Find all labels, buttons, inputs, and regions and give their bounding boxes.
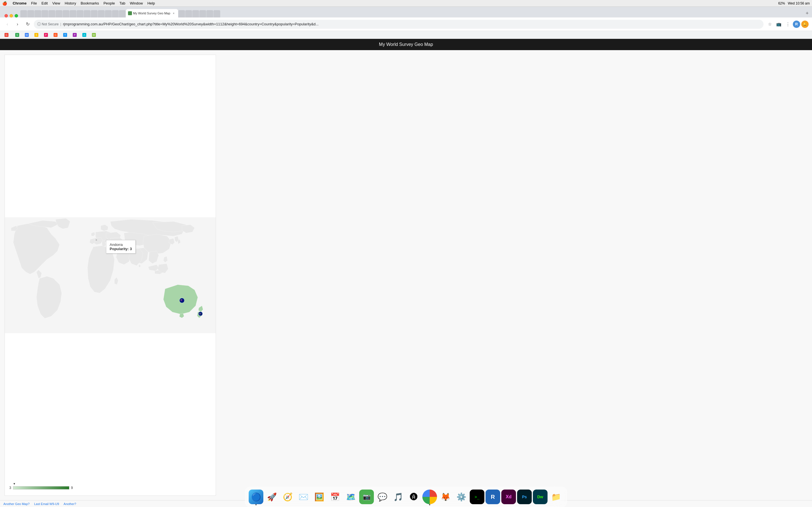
not-secure-indicator: ⓘ Not Secure (37, 22, 59, 27)
menu-view[interactable]: View (52, 1, 60, 5)
bookmark-item[interactable]: W (90, 32, 98, 38)
menu-bookmarks[interactable]: Bookmarks (81, 1, 99, 5)
tab-bar: My World Survey Geo Map × + (0, 7, 406, 17)
chrome-window: My World Survey Geo Map × + ‹ › ↻ ⓘ Not … (0, 7, 406, 253)
page-header: My World Survey Geo Map (0, 39, 406, 50)
bookmark-favicon: A (82, 33, 86, 37)
bookmark-favicon: P (73, 33, 77, 37)
menu-bar: 🍎 Chrome File Edit View History Bookmark… (0, 0, 406, 7)
bookmark-favicon: W (25, 33, 29, 37)
forward-button[interactable]: › (13, 20, 21, 28)
bookmark-item[interactable]: P (42, 32, 50, 38)
bookmark-item[interactable]: P (70, 32, 79, 38)
address-bar: ‹ › ↻ ⓘ Not Secure | rjmprogramming.com.… (0, 17, 406, 31)
svg-point-1 (96, 239, 97, 240)
map-container: .land { fill: #e8e8e8; stroke: #ffffff; … (0, 50, 406, 253)
bookmark-favicon: G (4, 33, 8, 37)
address-input[interactable]: ⓘ Not Secure | rjmprogramming.com.au/PHP… (34, 20, 406, 29)
tabs-container: My World Survey Geo Map × (20, 9, 406, 17)
reload-button[interactable]: ↻ (24, 20, 32, 28)
menu-help[interactable]: Help (147, 1, 155, 5)
menu-window[interactable]: Window (130, 1, 143, 5)
bookmarks-bar: G S W S P G T P A W (0, 31, 406, 39)
map-right-area (220, 50, 406, 253)
bookmark-item[interactable]: S (32, 32, 41, 38)
bookmark-favicon: T (63, 33, 67, 37)
menu-file[interactable]: File (31, 1, 37, 5)
bookmark-item[interactable]: G (51, 32, 60, 38)
menu-edit[interactable]: Edit (42, 1, 48, 5)
close-window-button[interactable] (4, 14, 8, 17)
menu-people[interactable]: People (103, 1, 115, 5)
url-text: rjmprogramming.com.au/PHP/GeoChart/geo_c… (63, 22, 406, 26)
bookmark-favicon: S (15, 33, 19, 37)
menu-history[interactable]: History (64, 1, 76, 5)
active-tab[interactable]: My World Survey Geo Map × (126, 9, 178, 17)
not-secure-text: Not Secure (42, 22, 59, 26)
bookmark-favicon: P (44, 33, 48, 37)
bookmark-favicon: S (35, 33, 38, 37)
bookmark-item[interactable]: G (2, 32, 12, 38)
minimize-window-button[interactable] (10, 14, 13, 17)
menu-chrome[interactable]: Chrome (13, 1, 27, 5)
page-title: My World Survey Geo Map (379, 42, 406, 47)
bookmark-item[interactable]: T (61, 32, 69, 38)
bookmark-item[interactable]: S (13, 32, 21, 38)
tab-close-button[interactable]: × (171, 11, 176, 15)
bookmark-item[interactable]: A (80, 32, 89, 38)
apple-menu[interactable]: 🍎 (2, 1, 7, 6)
world-map-svg: .land { fill: #e8e8e8; stroke: #ffffff; … (5, 55, 216, 253)
maximize-window-button[interactable] (15, 14, 18, 17)
bookmark-item[interactable]: W (22, 32, 31, 38)
not-secure-icon: ⓘ (37, 22, 41, 27)
menu-tab[interactable]: Tab (119, 1, 125, 5)
bookmark-favicon: W (92, 33, 96, 37)
back-button[interactable]: ‹ (3, 20, 11, 28)
url-separator: | (60, 22, 61, 26)
bookmark-favicon: G (54, 33, 57, 37)
map-area[interactable]: .land { fill: #e8e8e8; stroke: #ffffff; … (4, 55, 216, 253)
tab-title: My World Survey Geo Map (133, 11, 170, 15)
traffic-lights (2, 14, 20, 17)
